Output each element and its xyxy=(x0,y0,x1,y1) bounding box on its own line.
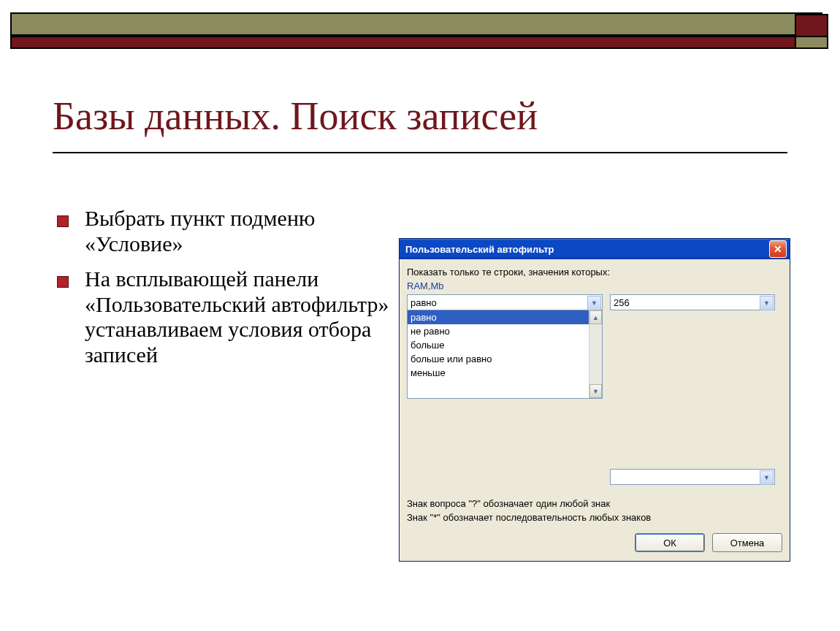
decor-square-olive xyxy=(795,36,828,49)
bullet-square-icon xyxy=(57,215,69,227)
title-underline xyxy=(53,152,787,153)
bullet-text: На всплывающей панели «Пользовательский … xyxy=(85,267,400,367)
list-scrollbar[interactable]: ▲ ▼ xyxy=(589,310,602,398)
bullet-text: Выбрать пункт подменю «Условие» xyxy=(85,206,400,256)
option-item[interactable]: больше или равно xyxy=(408,352,589,366)
chevron-down-icon: ▼ xyxy=(587,296,601,310)
condition1-options-list: равно не равно больше больше или равно м… xyxy=(407,310,603,399)
bullet-item: Выбрать пункт подменю «Условие» xyxy=(57,206,400,256)
condition1-dropdown-group: равно ▼ равно не равно больше больше или… xyxy=(407,294,603,399)
scrollbar-track[interactable] xyxy=(589,324,602,384)
slide: Базы данных. Поиск записей Выбрать пункт… xyxy=(0,0,840,631)
condition-row-1: равно ▼ равно не равно больше больше или… xyxy=(407,294,782,399)
option-item[interactable]: равно xyxy=(408,310,589,324)
autofilter-dialog: Пользовательский автофильтр ✕ Показать т… xyxy=(399,238,790,562)
value1-text: 256 xyxy=(614,297,630,308)
bullet-item: На всплывающей панели «Пользовательский … xyxy=(57,267,400,367)
decor-bar-maroon xyxy=(10,36,822,49)
chevron-down-icon: ▼ xyxy=(760,470,774,485)
chevron-up-icon: ▲ xyxy=(592,314,599,321)
dialog-title-text: Пользовательский автофильтр xyxy=(405,244,769,255)
value1-select[interactable]: 256 ▼ xyxy=(610,294,775,310)
option-item[interactable]: меньше xyxy=(408,366,589,380)
value2-select[interactable]: ▼ xyxy=(610,469,775,485)
options-container: равно не равно больше больше или равно м… xyxy=(408,310,589,398)
bullet-square-icon xyxy=(57,276,69,288)
scroll-down-button[interactable]: ▼ xyxy=(589,384,602,398)
option-item[interactable]: не равно xyxy=(408,324,589,338)
chevron-down-icon: ▼ xyxy=(592,388,599,395)
field-label: RAM,Mb xyxy=(407,280,782,291)
bullet-list: Выбрать пункт подменю «Условие» На всплы… xyxy=(57,206,400,378)
dialog-body: Показать только те строки, значения кото… xyxy=(400,259,790,561)
close-icon: ✕ xyxy=(774,243,782,255)
cancel-button[interactable]: Отмена xyxy=(712,533,782,552)
dialog-button-row: ОК Отмена xyxy=(407,533,782,552)
option-item[interactable]: больше xyxy=(408,338,589,352)
slide-title: Базы данных. Поиск записей xyxy=(53,93,538,139)
ok-button[interactable]: ОК xyxy=(635,533,705,552)
decor-bar-olive xyxy=(10,12,822,36)
help-text-question: Знак вопроса "?" обозначает один любой з… xyxy=(407,498,782,509)
scroll-up-button[interactable]: ▲ xyxy=(589,310,602,324)
help-text-asterisk: Знак "*" обозначает последовательность л… xyxy=(407,512,782,523)
instruction-text: Показать только те строки, значения кото… xyxy=(407,267,782,278)
chevron-down-icon: ▼ xyxy=(760,296,774,310)
close-button[interactable]: ✕ xyxy=(769,240,787,258)
dialog-titlebar: Пользовательский автофильтр ✕ xyxy=(400,239,790,259)
condition-row-2: ▼ xyxy=(407,469,782,485)
condition1-select[interactable]: равно ▼ xyxy=(407,294,603,310)
condition1-value: равно xyxy=(411,297,437,308)
